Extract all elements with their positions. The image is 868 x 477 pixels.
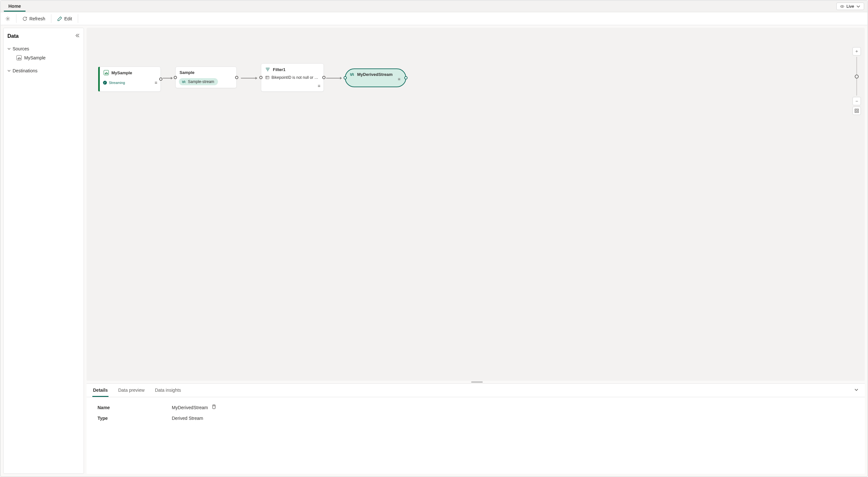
check-icon xyxy=(103,81,107,85)
node-sample[interactable]: Sample Sample-stream xyxy=(175,66,237,88)
svg-point-1 xyxy=(7,18,8,19)
refresh-button[interactable]: Refresh xyxy=(18,12,50,25)
eye-icon xyxy=(840,4,844,9)
svg-point-0 xyxy=(842,6,843,7)
grip-icon xyxy=(471,381,483,383)
tab-details[interactable]: Details xyxy=(92,384,108,397)
output-port[interactable] xyxy=(322,76,326,79)
node-sink[interactable]: MyDerivedStream ≡ xyxy=(345,68,406,87)
fit-icon xyxy=(855,109,859,113)
edit-button[interactable]: Edit xyxy=(53,12,76,25)
output-port[interactable] xyxy=(235,76,238,79)
toolbar: Refresh Edit xyxy=(1,12,867,25)
chevron-down-icon xyxy=(856,4,861,9)
node-menu[interactable]: ≡ xyxy=(318,84,320,88)
zoom-thumb[interactable] xyxy=(855,74,859,79)
data-pane-title: Data xyxy=(7,33,19,39)
canvas-wrap: MySample Streaming ≡ Sample xyxy=(87,25,867,476)
input-port[interactable] xyxy=(344,76,347,80)
main-body: Data Sources MySample Destinatio xyxy=(1,25,867,476)
mode-label: Live xyxy=(846,4,854,9)
chip-label: Sample-stream xyxy=(188,80,214,84)
tab-home[interactable]: Home xyxy=(4,1,26,11)
stream-icon xyxy=(182,80,186,84)
flow-canvas[interactable]: MySample Streaming ≡ Sample xyxy=(87,28,865,381)
ribbon-tabstrip: Home Live xyxy=(1,1,867,12)
collapse-pane-button[interactable] xyxy=(75,33,80,39)
zoom-out-button[interactable]: − xyxy=(852,97,861,105)
collapse-details-button[interactable] xyxy=(854,387,859,394)
tree-item-mysample[interactable]: MySample xyxy=(7,53,80,62)
node-title: Sample xyxy=(180,70,194,75)
node-menu[interactable]: ≡ xyxy=(398,77,400,81)
zoom-fit-button[interactable] xyxy=(852,107,861,115)
data-pane: Data Sources MySample Destinatio xyxy=(3,28,84,474)
details-pane: Details Data preview Data insights Name … xyxy=(87,383,865,474)
toolbar-divider xyxy=(78,14,78,23)
tab-data-insights[interactable]: Data insights xyxy=(154,384,182,397)
output-port[interactable] xyxy=(404,76,407,80)
app-root: Home Live Refresh xyxy=(0,0,868,477)
refresh-icon xyxy=(22,16,27,21)
edit-icon xyxy=(57,16,62,21)
copy-icon xyxy=(211,404,216,410)
svg-rect-3 xyxy=(855,109,859,113)
detail-name-label: Name xyxy=(97,405,172,410)
copy-button[interactable] xyxy=(211,404,216,411)
node-accent xyxy=(98,67,100,91)
edge xyxy=(163,78,173,79)
node-status: Streaming xyxy=(103,81,125,85)
sample-chip[interactable]: Sample-stream xyxy=(179,78,218,85)
refresh-label: Refresh xyxy=(29,16,45,21)
zoom-in-button[interactable]: ＋ xyxy=(852,47,861,56)
barchart-icon xyxy=(17,55,22,60)
svg-rect-5 xyxy=(213,406,215,409)
node-menu[interactable]: ≡ xyxy=(155,81,157,85)
tree-section-label: Destinations xyxy=(12,68,37,73)
mode-selector[interactable]: Live xyxy=(836,3,864,10)
svg-rect-2 xyxy=(266,76,269,79)
node-title: MyDerivedStream xyxy=(357,72,393,77)
chevron-double-left-icon xyxy=(75,33,80,38)
input-port[interactable] xyxy=(259,76,262,79)
filter-icon xyxy=(265,67,270,72)
node-title: MySample xyxy=(112,70,132,75)
tree-section-sources[interactable]: Sources xyxy=(7,44,80,53)
input-port[interactable] xyxy=(174,76,177,79)
barchart-icon xyxy=(104,70,109,75)
node-filter[interactable]: Filter1 BikepointID is not null or e… ≡ xyxy=(261,63,324,92)
detail-type-label: Type xyxy=(97,416,172,421)
edge xyxy=(326,78,342,79)
edit-label: Edit xyxy=(64,16,72,21)
toolbar-divider xyxy=(51,14,51,23)
chevron-down-icon xyxy=(7,47,11,50)
zoom-slider[interactable] xyxy=(857,57,857,96)
tree-section-destinations[interactable]: Destinations xyxy=(7,66,80,75)
chevron-down-icon xyxy=(854,387,859,392)
tree-item-label: MySample xyxy=(24,55,45,60)
zoom-controls: ＋ − xyxy=(852,47,861,115)
chevron-down-icon xyxy=(7,69,11,72)
toolbar-divider xyxy=(16,14,17,23)
stream-icon xyxy=(349,72,354,77)
node-source[interactable]: MySample Streaming ≡ xyxy=(99,66,161,92)
tab-data-preview[interactable]: Data preview xyxy=(118,384,145,397)
filter-expression: BikepointID is not null or e… xyxy=(272,75,320,80)
gear-icon xyxy=(5,16,10,21)
output-port[interactable] xyxy=(159,78,162,81)
detail-name-value: MyDerivedStream xyxy=(172,405,208,410)
edge xyxy=(241,78,257,79)
node-title: Filter1 xyxy=(273,67,285,72)
detail-type-value: Derived Stream xyxy=(172,416,203,421)
tree-section-label: Sources xyxy=(12,46,29,51)
column-icon xyxy=(265,75,270,80)
svg-rect-4 xyxy=(856,110,858,112)
pane-splitter[interactable] xyxy=(87,381,867,383)
settings-button[interactable] xyxy=(1,12,15,25)
